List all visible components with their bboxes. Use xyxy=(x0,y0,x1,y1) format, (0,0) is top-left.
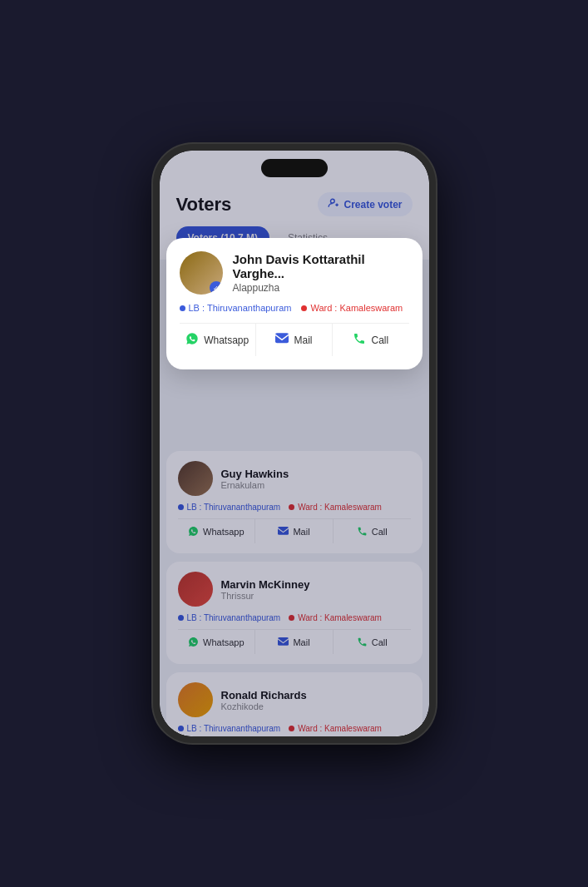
voter-lb-tag-0: LB : Thiruvananthapuram xyxy=(178,503,281,512)
voter-header-1: Marvin McKinney Thrissur xyxy=(178,572,411,607)
voter-call-1[interactable]: Call xyxy=(334,630,411,654)
create-voter-label: Create voter xyxy=(343,199,402,211)
voter-card-0: Guy Hawkins Ernakulam LB : Thiruvanantha… xyxy=(166,451,422,553)
call-button[interactable]: Call xyxy=(333,324,408,356)
voter-whatsapp-label-1: Whatsapp xyxy=(203,637,245,647)
lb-tag: LB : Thiruvananthapuram xyxy=(180,303,292,313)
svg-rect-3 xyxy=(275,333,289,343)
popup-tags: LB : Thiruvananthapuram Ward : Kamaleswa… xyxy=(180,303,409,313)
notch xyxy=(261,159,328,177)
add-user-icon xyxy=(328,197,339,211)
call-label: Call xyxy=(371,334,388,346)
voter-location-1: Thrissur xyxy=(221,591,310,601)
voter-list: Guy Hawkins Ernakulam LB : Thiruvanantha… xyxy=(160,451,429,736)
voter-header-2: Ronald Richards Kozhikode xyxy=(178,682,411,717)
voter-lb-tag-1: LB : Thiruvananthapuram xyxy=(178,613,281,622)
ward-tag: Ward : Kamaleswaram xyxy=(301,303,403,313)
svg-rect-5 xyxy=(278,637,289,646)
voter-location-0: Ernakulam xyxy=(221,480,289,490)
mail-icon xyxy=(275,333,289,347)
voter-tags-2: LB : Thiruvananthapuram Ward : Kamaleswa… xyxy=(178,724,411,733)
voter-name-2: Ronald Richards xyxy=(221,689,307,701)
voter-avatar-2 xyxy=(178,682,213,717)
ward-dot xyxy=(301,305,307,311)
voter-whatsapp-label-0: Whatsapp xyxy=(203,527,245,537)
mail-label: Mail xyxy=(294,334,312,346)
whatsapp-button[interactable]: Whatsapp xyxy=(180,324,256,356)
avatar: ✓ xyxy=(180,251,223,295)
voter-mail-label-1: Mail xyxy=(293,637,309,647)
voter-call-label-0: Call xyxy=(372,527,388,537)
voter-header-0: Guy Hawkins Ernakulam xyxy=(178,461,411,496)
svg-point-0 xyxy=(331,199,335,203)
popup-card: ✓ John Davis Kottarathil Varghe... Alapp… xyxy=(166,238,422,369)
svg-rect-4 xyxy=(278,527,289,535)
voter-mail-1[interactable]: Mail xyxy=(255,630,334,654)
voter-card-1: Marvin McKinney Thrissur LB : Thiruvanan… xyxy=(166,562,422,664)
voter-actions-0: Whatsapp Mail Call xyxy=(178,518,411,543)
voter-lb-tag-2: LB : Thiruvananthapuram xyxy=(178,724,281,733)
lb-dot xyxy=(180,305,185,311)
voter-tags-0: LB : Thiruvananthapuram Ward : Kamaleswa… xyxy=(178,503,411,512)
popup-header: ✓ John Davis Kottarathil Varghe... Alapp… xyxy=(180,251,409,295)
page-title: Voters xyxy=(176,194,232,216)
verified-badge: ✓ xyxy=(210,281,223,295)
mail-button[interactable]: Mail xyxy=(256,324,333,356)
voter-card-2: Ronald Richards Kozhikode LB : Thiruvana… xyxy=(166,672,422,736)
voter-whatsapp-0[interactable]: Whatsapp xyxy=(178,519,256,543)
voter-ward-tag-1: Ward : Kamaleswaram xyxy=(289,613,382,622)
call-icon xyxy=(353,332,366,348)
whatsapp-label: Whatsapp xyxy=(204,334,249,346)
phone-frame: Voters Create voter Voters (10. xyxy=(153,144,436,743)
voter-name-1: Marvin McKinney xyxy=(221,578,310,591)
whatsapp-icon xyxy=(185,332,199,348)
voter-avatar-0 xyxy=(178,461,213,496)
popup-location: Alappuzha xyxy=(233,282,409,294)
voter-avatar-1 xyxy=(178,572,213,607)
voter-name-0: Guy Hawkins xyxy=(221,468,289,480)
voter-ward-tag-0: Ward : Kamaleswaram xyxy=(289,503,382,512)
voter-location-2: Kozhikode xyxy=(221,701,307,711)
voter-actions-1: Whatsapp Mail Call xyxy=(178,629,411,654)
voter-call-label-1: Call xyxy=(372,637,388,647)
popup-name: John Davis Kottarathil Varghe... xyxy=(233,252,409,280)
voter-whatsapp-1[interactable]: Whatsapp xyxy=(178,630,256,654)
popup-info: John Davis Kottarathil Varghe... Alappuz… xyxy=(233,252,409,294)
voter-mail-label-0: Mail xyxy=(293,527,309,537)
voter-ward-tag-2: Ward : Kamaleswaram xyxy=(289,724,382,733)
header-row: Voters Create voter xyxy=(176,192,413,226)
phone-screen: Voters Create voter Voters (10. xyxy=(160,151,429,736)
voter-mail-0[interactable]: Mail xyxy=(255,519,334,543)
voter-tags-1: LB : Thiruvananthapuram Ward : Kamaleswa… xyxy=(178,613,411,622)
popup-action-row: Whatsapp Mail xyxy=(180,323,409,356)
create-voter-button[interactable]: Create voter xyxy=(318,192,412,216)
voter-call-0[interactable]: Call xyxy=(334,519,411,543)
